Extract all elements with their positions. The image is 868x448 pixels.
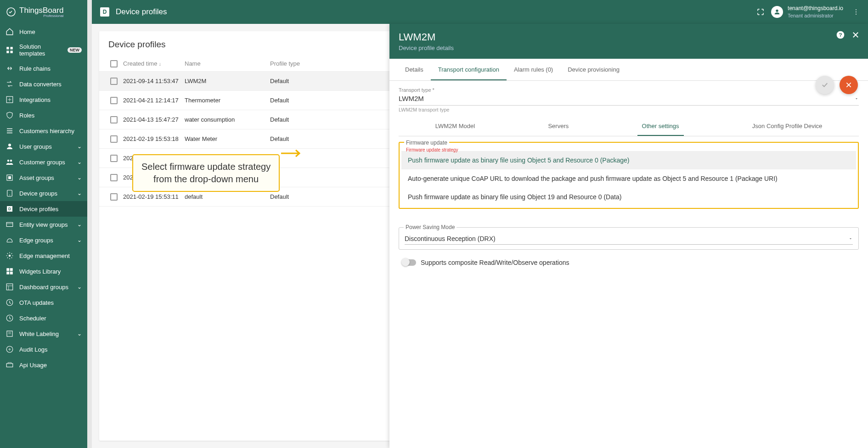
sub-tab-servers[interactable]: Servers (543, 116, 573, 136)
sidebar-item-solution-templates[interactable]: Solution templatesNEW (0, 39, 87, 61)
fullscreen-icon[interactable] (756, 8, 765, 16)
row-checkbox[interactable] (110, 116, 118, 123)
sidebar-scrollbar[interactable] (87, 0, 92, 448)
sidebar-item-customers-hierarchy[interactable]: Customers hierarchy (0, 123, 87, 139)
svg-rect-21 (6, 284, 13, 290)
select-all-checkbox[interactable] (110, 60, 118, 67)
scheduler-icon (6, 314, 14, 322)
user-email: tenant@thingsboard.io (788, 5, 843, 12)
row-checkbox[interactable] (110, 97, 118, 104)
user-menu[interactable]: tenant@thingsboard.io Tenant administrat… (771, 5, 843, 19)
sidebar-item-data-converters[interactable]: Data converters (0, 76, 87, 92)
sidebar-item-edge-groups[interactable]: Edge groups⌄ (0, 232, 87, 248)
svg-point-12 (9, 195, 10, 196)
logo-icon (6, 6, 17, 17)
svg-rect-17 (6, 268, 9, 271)
firmware-option[interactable]: Auto-generate unique CoAP URL to downloa… (401, 169, 856, 188)
top-header: D Device profiles tenant@thingsboard.io … (92, 0, 868, 24)
sidebar-item-integrations[interactable]: Integrations (0, 92, 87, 107)
sub-tab-other-settings[interactable]: Other settings (637, 116, 684, 136)
svg-rect-11 (7, 190, 12, 196)
row-checkbox[interactable] (110, 155, 118, 162)
details-title: LWM2M (399, 31, 859, 43)
svg-point-6 (8, 144, 11, 146)
shield-icon (6, 111, 14, 119)
psm-legend: Power Saving Mode (404, 224, 457, 230)
sidebar-item-label: Roles (19, 112, 82, 119)
sidebar-item-label: Entity view groups (19, 221, 72, 228)
composite-toggle[interactable] (402, 259, 416, 266)
tab-device-provisioning[interactable]: Device provisioning (560, 59, 627, 80)
sidebar-item-label: Edge groups (19, 237, 72, 244)
sidebar-item-label: Solution templates (19, 43, 62, 57)
cell-name: water consumption (185, 116, 270, 123)
svg-rect-18 (10, 268, 13, 271)
sidebar-item-widgets-library[interactable]: Widgets Library (0, 263, 87, 279)
row-checkbox[interactable] (110, 78, 118, 85)
cell-name: Water Meter (185, 135, 270, 142)
sidebar-item-asset-groups[interactable]: Asset groups⌄ (0, 170, 87, 185)
row-checkbox[interactable] (110, 193, 118, 201)
sidebar-item-user-groups[interactable]: User groups⌄ (0, 139, 87, 154)
sidebar-item-edge-management[interactable]: Edge management (0, 248, 87, 263)
composite-toggle-row: Supports composite Read/Write/Observe op… (399, 257, 859, 268)
sidebar-item-dashboard-groups[interactable]: Dashboard groups⌄ (0, 279, 87, 295)
sidebar-item-audit-logs[interactable]: Audit Logs (0, 342, 87, 357)
cell-name: default (185, 193, 270, 200)
instruction-callout: Select firmware update strategy from the… (132, 154, 280, 192)
cell-time: 2021-04-21 12:14:17 (123, 97, 185, 104)
confirm-fab[interactable] (816, 76, 834, 94)
sidebar-item-device-profiles[interactable]: DDevice profiles (0, 201, 87, 217)
sidebar-item-customer-groups[interactable]: Customer groups⌄ (0, 154, 87, 170)
col-header-name[interactable]: Name (185, 60, 270, 67)
rule-icon (6, 64, 14, 73)
sidebar-item-label: Asset groups (19, 174, 72, 181)
sub-tab-json-config-profile-device[interactable]: Json Config Profile Device (748, 116, 827, 136)
sidebar-item-entity-view-groups[interactable]: Entity view groups⌄ (0, 217, 87, 232)
more-icon[interactable] (852, 8, 860, 16)
chevron-down-icon: ⌄ (77, 284, 82, 290)
sidebar-item-scheduler[interactable]: Scheduler (0, 310, 87, 326)
sidebar-item-label: White Labeling (19, 330, 72, 337)
sidebar-item-label: Widgets Library (19, 268, 82, 275)
svg-rect-4 (11, 51, 13, 53)
sidebar-item-device-groups[interactable]: Device groups⌄ (0, 185, 87, 201)
tab-transport-configuration[interactable]: Transport configuration (431, 59, 507, 80)
sidebar-item-label: Audit Logs (19, 346, 82, 353)
sidebar-item-white-labeling[interactable]: White Labeling⌄ (0, 326, 87, 342)
firmware-update-fieldset: Firmware update Firmware update strategy… (399, 142, 859, 209)
col-header-time[interactable]: Created time↓ (123, 60, 185, 67)
sidebar-item-label: Scheduler (19, 315, 82, 322)
convert-icon (6, 80, 14, 88)
help-icon[interactable]: ? (836, 30, 845, 39)
close-icon[interactable] (851, 31, 860, 39)
firmware-legend: Firmware update (404, 140, 449, 146)
col-header-type[interactable]: Profile type (270, 60, 325, 67)
grid-icon (6, 46, 14, 54)
cancel-fab[interactable] (840, 76, 858, 94)
row-checkbox[interactable] (110, 174, 118, 181)
profile-icon: D (6, 205, 14, 213)
cell-time: 2021-09-14 11:53:47 (123, 78, 185, 84)
transport-type-select[interactable]: LWM2M (399, 93, 859, 106)
sidebar-item-ota-updates[interactable]: OTA updates (0, 295, 87, 310)
sidebar-item-roles[interactable]: Roles (0, 107, 87, 123)
cell-type: Default (270, 116, 325, 123)
sidebar-item-label: OTA updates (19, 299, 82, 306)
tab-details[interactable]: Details (398, 59, 431, 80)
device-icon (6, 189, 14, 197)
firmware-option[interactable]: Push firmware update as binary file usin… (401, 188, 856, 206)
entity-icon (6, 220, 14, 229)
integration-icon (6, 95, 14, 104)
tab-alarm-rules-[interactable]: Alarm rules (0) (507, 59, 560, 80)
sidebar-item-home[interactable]: Home (0, 24, 87, 39)
sidebar-item-api-usage[interactable]: Api Usage (0, 357, 87, 373)
sub-tab-lwm-m-model[interactable]: LWM2M Model (431, 116, 479, 136)
chevron-down-icon: ⌄ (77, 221, 82, 228)
firmware-option[interactable]: Push firmware update as binary file usin… (401, 151, 856, 169)
cell-type: Default (270, 135, 325, 142)
psm-select[interactable]: Discontinuous Reception (DRX) (405, 232, 853, 245)
sidebar-item-rule-chains[interactable]: Rule chains (0, 61, 87, 76)
api-icon (6, 361, 14, 369)
row-checkbox[interactable] (110, 135, 118, 143)
